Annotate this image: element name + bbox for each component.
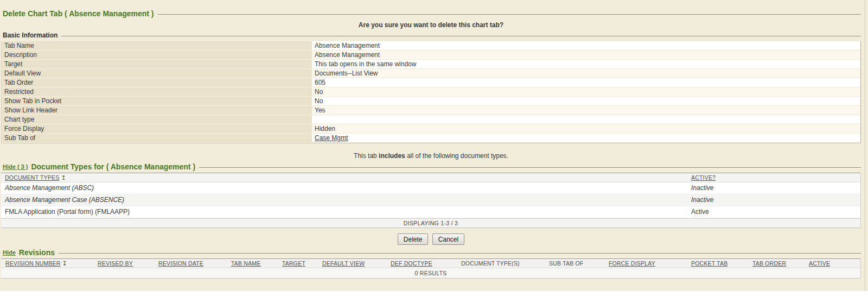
doc-types-hide-link[interactable]: Hide ( 3 ) <box>3 163 28 170</box>
includes-note-prefix: This tab <box>354 152 379 160</box>
field-value: Case Mgmt <box>312 134 860 143</box>
field-label: Force Display <box>2 124 312 134</box>
doc-type-name: Absence Management Case (ABSENCE) <box>1 194 691 206</box>
basic-info-table: Tab NameAbsence ManagementDescriptionAbs… <box>1 41 861 143</box>
basic-info-row: Show Tab in PocketNo <box>2 97 860 106</box>
revisions-column-header[interactable]: REVISED BY <box>93 259 154 268</box>
doc-types-rule <box>199 167 861 168</box>
field-label: Show Link Header <box>2 106 312 115</box>
revisions-column-header[interactable]: DEF DOCTYPE <box>386 259 457 268</box>
basic-info-row: Chart type <box>2 115 860 124</box>
confirmation-text: Are you sure you want to delete this cha… <box>1 21 861 29</box>
doc-type-active-status: Inactive <box>691 194 860 206</box>
basic-info-row: TargetThis tab opens in the same window <box>2 60 860 69</box>
revisions-column-header[interactable]: DEFAULT VIEW <box>318 259 386 268</box>
field-value: Hidden <box>312 124 860 134</box>
includes-note-suffix: all of the following document types. <box>405 152 508 160</box>
revisions-section-head: Hide Revisions <box>1 248 861 257</box>
doc-types-rows: Absence Management (ABSC)InactiveAbsence… <box>1 182 860 218</box>
field-value: Yes <box>312 106 860 115</box>
field-label: Sub Tab of <box>2 134 312 143</box>
revisions-column-header[interactable]: FORCE DISPLAY <box>604 259 687 268</box>
revisions-column-header[interactable]: REVISION DATE <box>154 259 227 268</box>
field-label: Description <box>2 50 312 60</box>
doc-types-header-row: DOCUMENT TYPES↥ ACTIVE? <box>1 173 860 182</box>
field-value: Documents--List View <box>312 69 860 78</box>
basic-info-row: Tab NameAbsence Management <box>2 41 860 50</box>
column-header-active[interactable]: ACTIVE? <box>691 173 860 182</box>
basic-info-row: Force DisplayHidden <box>2 124 860 134</box>
doc-type-row: Absence Management Case (ABSENCE)Inactiv… <box>1 194 860 206</box>
page-title: Delete Chart Tab ( Absence Management ) <box>3 9 154 18</box>
basic-info-row: Show Link HeaderYes <box>2 106 860 115</box>
basic-info-row: RestrictedNo <box>2 87 860 97</box>
page-title-section: Delete Chart Tab ( Absence Management ) <box>1 9 861 18</box>
field-label: Tab Order <box>2 78 312 87</box>
revisions-column-header[interactable]: TAB ORDER <box>748 259 805 268</box>
doc-types-section-head: Hide ( 3 ) Document Types for ( Absence … <box>1 162 861 171</box>
delete-button[interactable]: Delete <box>398 233 429 245</box>
revisions-table: REVISION NUMBER↧REVISED BYREVISION DATET… <box>1 258 861 279</box>
doc-types-table: DOCUMENT TYPES↥ ACTIVE? Absence Manageme… <box>1 173 861 228</box>
sub-tab-of-link[interactable]: Case Mgmt <box>315 134 348 142</box>
action-buttons: Delete Cancel <box>1 233 861 245</box>
basic-info-row: Tab Order605 <box>2 78 860 87</box>
field-label: Restricted <box>2 87 312 97</box>
basic-info-row: Sub Tab ofCase Mgmt <box>2 134 860 143</box>
field-label: Default View <box>2 69 312 78</box>
revisions-column-header[interactable]: POCKET TAB <box>687 259 748 268</box>
basic-info-section-head: Basic Information <box>1 31 861 39</box>
field-value: No <box>312 97 860 106</box>
field-label: Tab Name <box>2 41 312 50</box>
basic-info-row: DescriptionAbsence Management <box>2 50 860 60</box>
field-value: No <box>312 87 860 97</box>
doc-type-row: FMLA Application (Portal form) (FMLAAPP)… <box>1 206 860 218</box>
field-value: Absence Management <box>312 50 860 60</box>
sort-ascending-icon: ↥ <box>61 173 66 182</box>
page-right-edge <box>865 0 865 291</box>
field-label: Show Tab in Pocket <box>2 97 312 106</box>
revisions-hide-link[interactable]: Hide <box>3 249 16 256</box>
doc-type-name: Absence Management (ABSC) <box>1 182 691 194</box>
revisions-column-header: DOCUMENT TYPE(S) <box>457 259 545 268</box>
title-rule <box>158 14 861 15</box>
sort-descending-icon: ↧ <box>62 259 67 268</box>
delete-chart-tab-page: Delete Chart Tab ( Absence Management ) … <box>0 0 868 291</box>
field-label: Chart type <box>2 115 312 124</box>
cancel-button[interactable]: Cancel <box>432 233 464 245</box>
revisions-column-header[interactable]: TAB NAME <box>227 259 278 268</box>
field-label: Target <box>2 60 312 69</box>
includes-note-bold: includes <box>379 152 405 160</box>
revisions-rule <box>59 253 861 254</box>
revisions-header-row: REVISION NUMBER↧REVISED BYREVISION DATET… <box>1 258 860 268</box>
revisions-results-status: 0 RESULTS <box>1 268 860 279</box>
basic-info-rule <box>61 36 861 36</box>
field-value: Absence Management <box>312 41 860 50</box>
doc-type-active-status: Active <box>691 206 860 218</box>
revisions-column-header: SUB TAB OF <box>545 259 604 268</box>
doc-types-title: Document Types for ( Absence Management … <box>31 162 195 171</box>
revisions-column-header[interactable]: REVISION NUMBER↧ <box>1 259 93 268</box>
basic-info-title: Basic Information <box>3 31 58 39</box>
revisions-column-header[interactable]: TARGET <box>278 259 318 268</box>
field-value: This tab opens in the same window <box>312 60 860 69</box>
includes-note: This tab includes all of the following d… <box>1 152 861 160</box>
doc-type-name: FMLA Application (Portal form) (FMLAAPP) <box>1 206 691 218</box>
field-value <box>312 115 860 124</box>
basic-info-row: Default ViewDocuments--List View <box>2 69 860 78</box>
column-header-document-types[interactable]: DOCUMENT TYPES↥ <box>1 173 691 182</box>
revisions-title: Revisions <box>19 248 55 257</box>
doc-type-row: Absence Management (ABSC)Inactive <box>1 182 860 194</box>
paging-status: DISPLAYING 1-3 / 3 <box>1 218 860 228</box>
field-value: 605 <box>312 78 860 87</box>
revisions-column-header[interactable]: ACTIVE <box>805 259 860 268</box>
doc-type-active-status: Inactive <box>691 182 860 194</box>
